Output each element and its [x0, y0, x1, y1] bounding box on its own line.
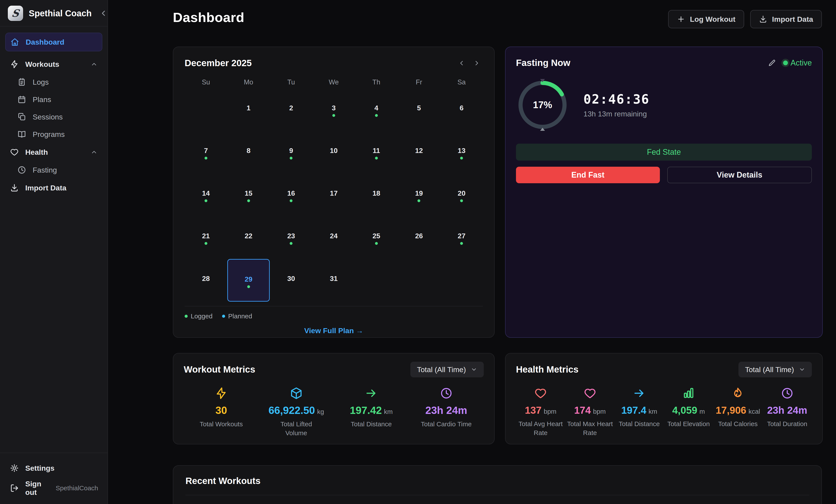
- chevron-down-icon: [471, 366, 477, 373]
- calendar-day-23[interactable]: 23: [270, 216, 312, 259]
- health-metrics-row: 137bpmTotal Avg Heart Rate174bpmTotal Ma…: [516, 387, 812, 437]
- sidebar-item-health[interactable]: Health: [5, 143, 102, 161]
- calendar-next-button[interactable]: [471, 57, 483, 69]
- calendar-day-10[interactable]: 10: [312, 131, 355, 174]
- metric-value: 4,059m: [672, 404, 705, 416]
- sidebar-item-logs[interactable]: Logs: [13, 74, 102, 90]
- weekday-label: Mo: [227, 78, 270, 86]
- calendar-day-27[interactable]: 27: [440, 216, 483, 259]
- sidebar-item-settings[interactable]: Settings: [5, 460, 102, 477]
- calendar-day-19[interactable]: 19: [398, 174, 440, 216]
- calendar-day-3[interactable]: 3: [312, 88, 355, 131]
- metric-value: 23h 24m: [425, 404, 467, 416]
- calendar-day-30[interactable]: 30: [270, 259, 312, 302]
- metric-value: 197.42km: [350, 404, 393, 416]
- sidebar-item-programs[interactable]: Programs: [13, 126, 102, 142]
- calendar-day-12[interactable]: 12: [398, 131, 440, 174]
- calendar-day-9[interactable]: 9: [270, 131, 312, 174]
- calendar-day-1[interactable]: 1: [227, 88, 270, 131]
- health-range-select[interactable]: Total (All Time): [739, 362, 812, 377]
- bars-icon: [682, 387, 695, 400]
- logged-dot: [290, 242, 292, 245]
- calendar-day-18[interactable]: 18: [355, 174, 398, 216]
- logged-dot: [290, 157, 292, 159]
- weekday-label: Sa: [440, 78, 483, 86]
- calendar-day-29[interactable]: 29: [227, 259, 270, 302]
- calendar-day-11[interactable]: 11: [355, 131, 398, 174]
- page-title: Dashboard: [173, 9, 244, 25]
- calendar-day-21[interactable]: 21: [185, 216, 227, 259]
- sidebar-item-sign-out[interactable]: Sign outSpethialCoach: [5, 480, 102, 497]
- day-number: 4: [355, 104, 398, 112]
- sidebar-item-sessions[interactable]: Sessions: [13, 109, 102, 125]
- account-name: SpethialCoach: [56, 484, 98, 492]
- day-number: 12: [398, 147, 440, 155]
- metric-total-workouts: 30Total Workouts: [184, 387, 259, 438]
- metric-total-cardio-time: 23h 24mTotal Cardio Time: [409, 387, 484, 438]
- calendar-day-26[interactable]: 26: [398, 216, 440, 259]
- calendar-day-5[interactable]: 5: [398, 88, 440, 131]
- metric-unit: km: [384, 408, 393, 415]
- calendar-day-20[interactable]: 20: [440, 174, 483, 216]
- day-number: 8: [227, 147, 270, 155]
- calendar-day-15[interactable]: 15: [227, 174, 270, 216]
- workout-metrics-title: Workout Metrics: [184, 364, 255, 375]
- day-number: 6: [440, 104, 483, 112]
- day-number: 24: [312, 232, 355, 240]
- legend-dot: [185, 315, 188, 318]
- calendar-day-14[interactable]: 14: [185, 174, 227, 216]
- chevron-up-icon: [91, 61, 97, 68]
- day-number: 3: [312, 104, 355, 112]
- heart-icon: [10, 148, 19, 156]
- sidebar-item-label: Plans: [33, 95, 51, 104]
- sidebar: S Spethial Coach DashboardWorkoutsLogsPl…: [0, 0, 108, 504]
- workout-range-select[interactable]: Total (All Time): [411, 362, 484, 377]
- metric-value: 137bpm: [525, 404, 556, 416]
- metric-value: 66,922.50kg: [268, 404, 324, 416]
- recent-workouts-title: Recent Workouts: [186, 476, 809, 486]
- calendar-day-2[interactable]: 2: [270, 88, 312, 131]
- calendar-day-31[interactable]: 31: [312, 259, 355, 302]
- app-logo: S: [8, 6, 23, 21]
- calendar-day-17[interactable]: 17: [312, 174, 355, 216]
- calendar-month-label: December 2025: [185, 58, 252, 68]
- sidebar-item-plans[interactable]: Plans: [13, 91, 102, 108]
- import-data-button[interactable]: Import Data: [750, 10, 822, 28]
- status-label: Active: [791, 58, 812, 67]
- calendar-day-7[interactable]: 7: [185, 131, 227, 174]
- sidebar-collapse-button[interactable]: [97, 7, 110, 19]
- metric-total-distance: 197.4kmTotal Distance: [614, 387, 664, 437]
- view-full-plan-link[interactable]: View Full Plan →: [185, 326, 483, 335]
- sidebar-item-workouts[interactable]: Workouts: [5, 56, 102, 73]
- metric-unit: km: [649, 408, 657, 415]
- edit-fast-button[interactable]: [766, 57, 777, 68]
- log-workout-button[interactable]: Log Workout: [668, 10, 744, 28]
- calendar-day-28[interactable]: 28: [185, 259, 227, 302]
- button-label: Import Data: [772, 15, 813, 23]
- metric-label: Total Calories: [718, 420, 758, 428]
- sidebar-item-label: Fasting: [33, 166, 57, 174]
- calendar-day-16[interactable]: 16: [270, 174, 312, 216]
- view-details-button[interactable]: View Details: [667, 167, 812, 183]
- calendar-day-4[interactable]: 4: [355, 88, 398, 131]
- calendar-prev-button[interactable]: [455, 57, 468, 69]
- sidebar-nav: DashboardWorkoutsLogsPlansSessionsProgra…: [0, 26, 108, 196]
- sidebar-item-dashboard[interactable]: Dashboard: [5, 33, 102, 51]
- calendar-day-25[interactable]: 25: [355, 216, 398, 259]
- day-number: 28: [185, 275, 227, 283]
- calendar-day-6[interactable]: 6: [440, 88, 483, 131]
- calendar-day-13[interactable]: 13: [440, 131, 483, 174]
- day-number: 16: [270, 189, 312, 197]
- sidebar-item-fasting[interactable]: Fasting: [13, 162, 102, 178]
- calendar-day-22[interactable]: 22: [227, 216, 270, 259]
- app-title: Spethial Coach: [29, 8, 92, 18]
- calendar-day-8[interactable]: 8: [227, 131, 270, 174]
- day-number: 18: [355, 189, 398, 197]
- calendar-day-24[interactable]: 24: [312, 216, 355, 259]
- sidebar-item-import-data[interactable]: Import Data: [5, 179, 102, 196]
- metric-value: 197.4km: [621, 404, 657, 416]
- day-number: 23: [270, 232, 312, 240]
- metric-unit: m: [700, 408, 705, 415]
- sidebar-item-label: Workouts: [25, 60, 59, 69]
- end-fast-button[interactable]: End Fast: [516, 167, 660, 183]
